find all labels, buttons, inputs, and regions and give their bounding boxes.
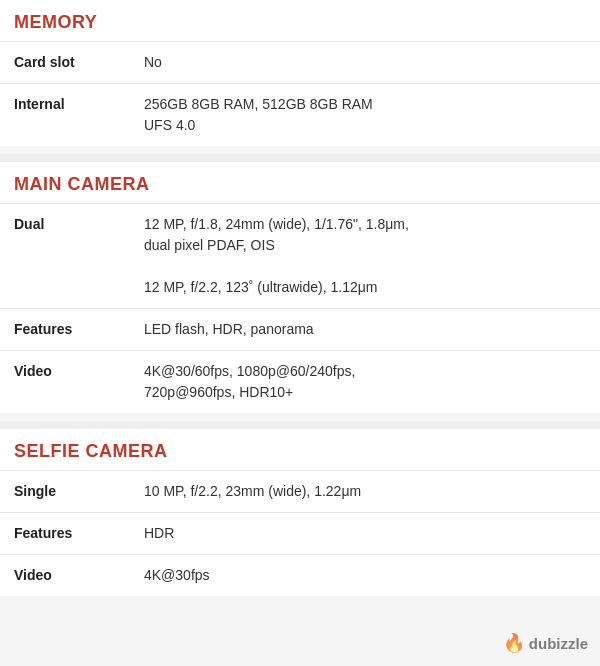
watermark: 🔥dubizzle [503,632,588,654]
section-divider [0,154,600,162]
table-row: Dual12 MP, f/1.8, 24mm (wide), 1/1.76", … [0,204,600,309]
section-title-main-camera: MAIN CAMERA [0,162,600,204]
row-label: Single [14,481,144,502]
row-label: Card slot [14,52,144,73]
specs-page: MEMORYCard slotNoInternal256GB 8GB RAM, … [0,0,600,596]
row-label: Video [14,361,144,403]
row-value: 10 MP, f/2.2, 23mm (wide), 1.22μm [144,481,586,502]
table-row: Card slotNo [0,42,600,84]
section-divider [0,421,600,429]
row-label: Features [14,319,144,340]
row-label: Internal [14,94,144,136]
table-row: Internal256GB 8GB RAM, 512GB 8GB RAMUFS … [0,84,600,146]
watermark-icon: 🔥 [503,632,525,654]
row-value: LED flash, HDR, panorama [144,319,586,340]
row-label: Dual [14,214,144,298]
section-title-memory: MEMORY [0,0,600,42]
section-memory: MEMORYCard slotNoInternal256GB 8GB RAM, … [0,0,600,146]
watermark-text: dubizzle [529,635,588,652]
row-value: 4K@30/60fps, 1080p@60/240fps,720p@960fps… [144,361,586,403]
row-value: HDR [144,523,586,544]
row-label: Video [14,565,144,586]
table-row: Single10 MP, f/2.2, 23mm (wide), 1.22μm [0,471,600,513]
row-value: 256GB 8GB RAM, 512GB 8GB RAMUFS 4.0 [144,94,586,136]
section-title-selfie-camera: SELFIE CAMERA [0,429,600,471]
row-label: Features [14,523,144,544]
table-row: FeaturesHDR [0,513,600,555]
table-row: FeaturesLED flash, HDR, panorama [0,309,600,351]
section-main-camera: MAIN CAMERADual12 MP, f/1.8, 24mm (wide)… [0,162,600,413]
row-value: 4K@30fps [144,565,586,586]
row-value: 12 MP, f/1.8, 24mm (wide), 1/1.76", 1.8μ… [144,214,586,298]
table-row: Video4K@30/60fps, 1080p@60/240fps,720p@9… [0,351,600,413]
row-value: No [144,52,586,73]
table-row: Video4K@30fps [0,555,600,596]
section-selfie-camera: SELFIE CAMERASingle10 MP, f/2.2, 23mm (w… [0,429,600,596]
